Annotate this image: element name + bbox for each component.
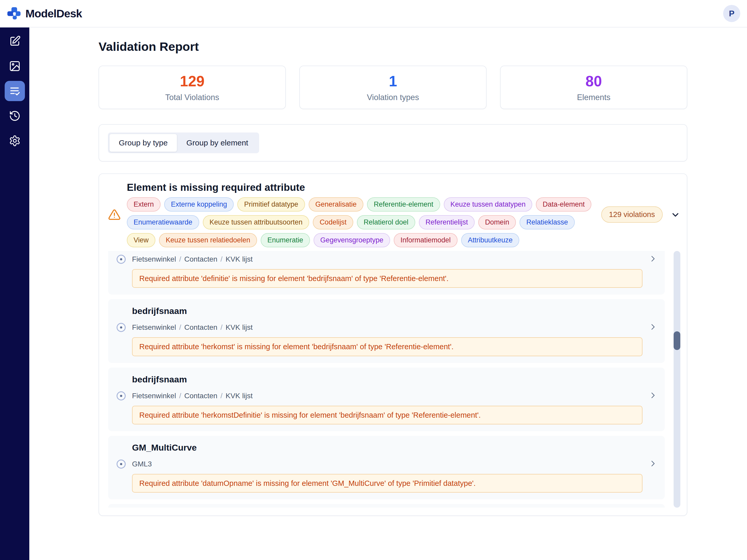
warning-icon <box>108 209 121 221</box>
stat-value: 80 <box>586 73 602 90</box>
edit-icon <box>9 35 21 47</box>
element-name: bedrijfsnaam <box>132 306 657 316</box>
type-tag: Gegevensgroeptype <box>314 233 390 247</box>
element-icon <box>116 459 132 469</box>
violation-item-partial[interactable] <box>108 504 665 508</box>
type-tag: Referentie-element <box>367 197 440 212</box>
breadcrumb-part: GML3 <box>132 460 152 468</box>
type-tag: Keuze tussen relatiedoelen <box>159 233 257 247</box>
violation-types-card: 1 Violation types <box>299 65 487 109</box>
breadcrumb-part: Fietsenwinkel <box>132 255 176 263</box>
chevron-right-icon[interactable] <box>649 459 657 469</box>
breadcrumb: Fietsenwinkel/Contacten/KVK lijst <box>132 254 642 264</box>
type-tag: Informatiemodel <box>394 233 458 247</box>
breadcrumb-separator: / <box>179 392 181 400</box>
type-tag: Extern <box>127 197 160 212</box>
violation-message: Required attribute 'definitie' is missin… <box>132 269 642 288</box>
violation-type-title: Element is missing required attribute <box>127 182 595 193</box>
stat-label: Violation types <box>367 93 419 102</box>
chevron-right-icon[interactable] <box>649 255 657 264</box>
element-dot-icon <box>116 254 126 264</box>
element-dot-icon <box>116 322 126 332</box>
chevron-right-icon[interactable] <box>649 323 657 332</box>
stat-value: 1 <box>389 73 397 90</box>
breadcrumb-separator: / <box>179 323 181 331</box>
type-tag: Relatierol doel <box>357 215 415 230</box>
element-name: bedrijfsnaam <box>132 374 657 384</box>
violation-item[interactable]: bedrijfsnaamFietsenwinkel/Contacten/KVK … <box>108 368 665 431</box>
sidebar-item-settings[interactable] <box>5 131 25 151</box>
breadcrumb-part: Contacten <box>184 323 217 331</box>
type-tag: Enumeratie <box>261 233 310 247</box>
element-icon <box>116 391 132 401</box>
violation-item[interactable]: Fietsenwinkel/Contacten/KVK lijstRequire… <box>108 251 665 295</box>
element-dot-icon <box>116 459 126 469</box>
stat-value: 129 <box>180 73 204 90</box>
breadcrumb: Fietsenwinkel/Contacten/KVK lijst <box>132 391 642 401</box>
violation-item[interactable]: bedrijfsnaamFietsenwinkel/Contacten/KVK … <box>108 299 665 363</box>
violation-list: Fietsenwinkel/Contacten/KVK lijstRequire… <box>108 251 680 508</box>
history-icon <box>9 110 21 122</box>
group-header-right: 129 violations <box>601 206 680 223</box>
app-name: ModelDesk <box>25 7 82 20</box>
breadcrumb-part: Contacten <box>184 392 217 400</box>
sidebar-item-validation[interactable] <box>5 81 25 101</box>
breadcrumb-separator: / <box>221 323 223 331</box>
breadcrumb-part: Fietsenwinkel <box>132 392 176 400</box>
breadcrumb-part: Contacten <box>184 255 217 263</box>
type-tag: Primitief datatype <box>237 197 305 212</box>
validation-checklist-icon <box>9 85 21 97</box>
scrollbar-track[interactable] <box>674 251 680 508</box>
settings-icon <box>9 135 21 147</box>
violation-group-card: Element is missing required attribute Ex… <box>99 174 687 516</box>
breadcrumb-separator: / <box>221 392 223 400</box>
type-tag: Keuze tussen attribuutsoorten <box>203 215 309 230</box>
scrollbar-thumb[interactable] <box>674 331 680 350</box>
group-tabs: Group by type Group by element <box>108 132 259 153</box>
sidebar-item-diagrams[interactable] <box>5 56 25 76</box>
violation-message: Required attribute 'datumOpname' is miss… <box>132 474 642 492</box>
type-tag: View <box>127 233 155 247</box>
chevron-down-icon[interactable] <box>670 210 680 220</box>
type-tag: Generalisatie <box>309 197 363 212</box>
tab-group-by-type[interactable]: Group by type <box>109 134 177 152</box>
page-title: Validation Report <box>99 39 687 54</box>
breadcrumb-part: KVK lijst <box>226 323 253 331</box>
violation-message: Required attribute 'herkomstDefinitie' i… <box>132 406 642 424</box>
image-icon <box>9 60 21 72</box>
violation-item[interactable]: GM_MultiCurveGML3Required attribute 'dat… <box>108 436 665 499</box>
element-icon <box>116 322 132 332</box>
type-tag: Referentielijst <box>419 215 475 230</box>
sidebar-item-edit[interactable] <box>5 31 25 51</box>
app-logo: ModelDesk <box>7 6 82 21</box>
violations-count-badge: 129 violations <box>601 206 663 223</box>
type-tags: ExternExterne koppelingPrimitief datatyp… <box>127 197 595 247</box>
grouping-card: Group by type Group by element <box>99 124 687 161</box>
breadcrumb: GML3 <box>132 459 642 469</box>
breadcrumb-separator: / <box>221 255 223 263</box>
chevron-right-icon[interactable] <box>649 391 657 401</box>
tab-group-by-element[interactable]: Group by element <box>177 134 257 152</box>
breadcrumb: Fietsenwinkel/Contacten/KVK lijst <box>132 322 642 332</box>
breadcrumb-separator: / <box>179 255 181 263</box>
stat-label: Total Violations <box>165 93 219 102</box>
violation-group-header[interactable]: Element is missing required attribute Ex… <box>108 182 680 247</box>
sidebar-item-history[interactable] <box>5 106 25 126</box>
user-avatar[interactable]: P <box>723 5 740 22</box>
top-bar: ModelDesk P <box>0 0 747 27</box>
breadcrumb-part: KVK lijst <box>226 392 253 400</box>
type-tag: Keuze tussen datatypen <box>444 197 533 212</box>
type-tag: Data-element <box>536 197 591 212</box>
sidebar <box>0 27 29 560</box>
element-dot-icon <box>116 391 126 401</box>
violation-group-info: Element is missing required attribute Ex… <box>127 182 595 247</box>
element-icon <box>116 254 132 264</box>
element-name: GM_MultiCurve <box>132 443 657 453</box>
violation-message: Required attribute 'herkomst' is missing… <box>132 337 642 356</box>
modeldesk-logo-icon <box>7 6 22 21</box>
type-tag: Domein <box>478 215 516 230</box>
summary-cards: 129 Total Violations 1 Violation types 8… <box>99 65 687 109</box>
violation-items: Fietsenwinkel/Contacten/KVK lijstRequire… <box>108 251 665 508</box>
breadcrumb-part: Fietsenwinkel <box>132 323 176 331</box>
elements-card: 80 Elements <box>500 65 687 109</box>
